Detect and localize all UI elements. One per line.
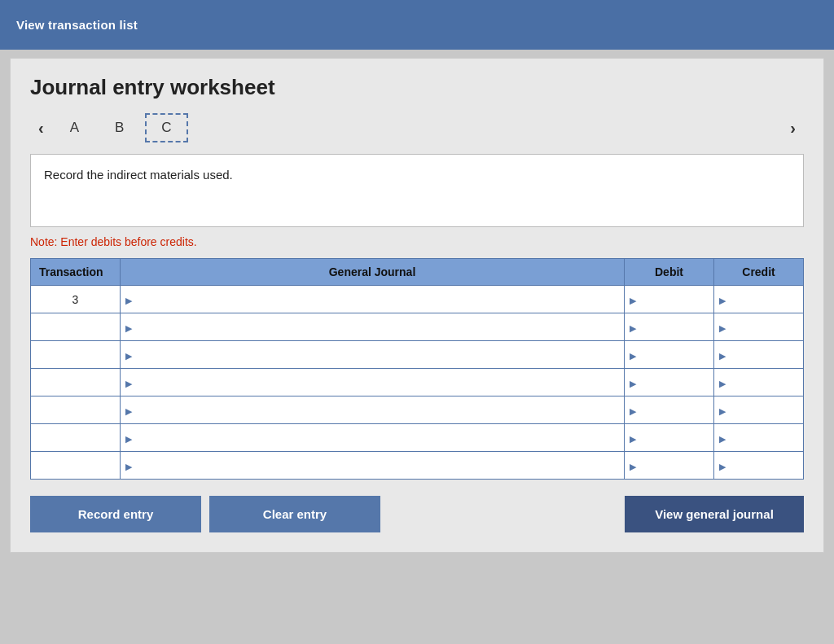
- transaction-cell[interactable]: 3: [31, 286, 121, 313]
- table-row: [31, 452, 804, 480]
- bottom-buttons: Record entry Clear entry View general jo…: [30, 496, 804, 532]
- table-row: [31, 313, 804, 341]
- credit-cell[interactable]: [714, 286, 804, 313]
- tab-c[interactable]: C: [145, 113, 187, 142]
- transaction-cell[interactable]: [31, 396, 121, 424]
- table-row: [31, 369, 804, 396]
- credit-cell[interactable]: [714, 396, 804, 424]
- general-journal-cell[interactable]: [121, 452, 625, 480]
- debit-cell[interactable]: [625, 286, 714, 313]
- table-row: [31, 396, 804, 424]
- record-entry-button[interactable]: Record entry: [30, 496, 201, 532]
- debit-cell[interactable]: [625, 313, 714, 341]
- view-general-journal-button[interactable]: View general journal: [625, 496, 804, 532]
- table-row: 3: [31, 286, 804, 313]
- description-text: Record the indirect materials used.: [44, 168, 233, 182]
- journal-table: Transaction General Journal Debit Credit…: [30, 258, 804, 480]
- debit-cell[interactable]: [625, 341, 714, 369]
- credit-cell[interactable]: [714, 369, 804, 396]
- header-transaction: Transaction: [31, 259, 121, 286]
- clear-entry-button[interactable]: Clear entry: [209, 496, 380, 532]
- tab-b[interactable]: B: [100, 115, 138, 141]
- general-journal-cell[interactable]: [121, 313, 625, 341]
- general-journal-cell[interactable]: [121, 341, 625, 369]
- tab-navigation: ‹ A B C ›: [30, 113, 804, 142]
- header-debit: Debit: [625, 259, 714, 286]
- prev-arrow-button[interactable]: ‹: [30, 116, 52, 141]
- credit-cell[interactable]: [714, 424, 804, 452]
- transaction-cell[interactable]: [31, 341, 121, 369]
- transaction-cell[interactable]: [31, 452, 121, 480]
- view-transaction-button[interactable]: View transaction list: [0, 0, 154, 50]
- general-journal-cell[interactable]: [121, 369, 625, 396]
- general-journal-cell[interactable]: [121, 424, 625, 452]
- debit-cell[interactable]: [625, 452, 714, 480]
- debit-cell[interactable]: [625, 369, 714, 396]
- table-row: [31, 424, 804, 452]
- worksheet-title: Journal entry worksheet: [30, 75, 804, 100]
- description-box: Record the indirect materials used.: [30, 154, 804, 227]
- transaction-cell[interactable]: [31, 313, 121, 341]
- tab-a[interactable]: A: [55, 115, 94, 141]
- debit-cell[interactable]: [625, 396, 714, 424]
- debit-cell[interactable]: [625, 424, 714, 452]
- header-general-journal: General Journal: [121, 259, 625, 286]
- note-text: Note: Enter debits before credits.: [30, 235, 804, 248]
- main-container: Journal entry worksheet ‹ A B C › Record…: [10, 58, 824, 553]
- table-row: [31, 341, 804, 369]
- credit-cell[interactable]: [714, 313, 804, 341]
- top-bar: View transaction list: [0, 0, 834, 50]
- header-credit: Credit: [714, 259, 804, 286]
- transaction-cell[interactable]: [31, 424, 121, 452]
- credit-cell[interactable]: [714, 452, 804, 480]
- table-header-row: Transaction General Journal Debit Credit: [31, 259, 804, 286]
- general-journal-cell[interactable]: [121, 286, 625, 313]
- next-arrow-button[interactable]: ›: [782, 116, 804, 141]
- transaction-cell[interactable]: [31, 369, 121, 396]
- credit-cell[interactable]: [714, 341, 804, 369]
- general-journal-cell[interactable]: [121, 396, 625, 424]
